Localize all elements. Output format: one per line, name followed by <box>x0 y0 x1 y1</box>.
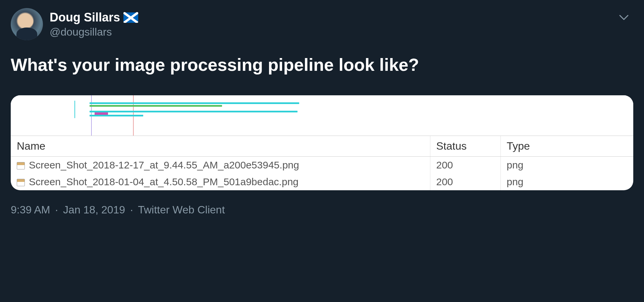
image-file-icon <box>17 179 25 186</box>
cell-status: 200 <box>430 156 500 173</box>
waterfall-bar <box>90 105 222 107</box>
waterfall-row <box>11 101 633 109</box>
image-file-icon <box>17 162 25 169</box>
waterfall-tick <box>74 101 75 109</box>
tweet-attachment-image[interactable]: Name Status Type Screen_Shot_2018-12-17_… <box>11 95 633 190</box>
cell-type: png <box>500 173 633 190</box>
cell-status: 200 <box>430 173 500 190</box>
user-handle[interactable]: @dougsillars <box>50 26 138 38</box>
tweet-menu-button[interactable] <box>618 8 633 25</box>
tweet-date[interactable]: Jan 18, 2019 <box>63 204 125 216</box>
cell-name: Screen_Shot_2018-12-17_at_9.44.55_AM_a20… <box>11 156 430 173</box>
column-header-status[interactable]: Status <box>430 136 500 156</box>
separator-dot: · <box>55 204 58 216</box>
column-header-type[interactable]: Type <box>500 136 633 156</box>
waterfall-bar <box>90 115 143 116</box>
user-info[interactable]: Doug Sillars @dougsillars <box>11 8 138 40</box>
cell-type: png <box>500 156 633 173</box>
waterfall-bar <box>90 102 299 104</box>
chevron-down-icon <box>618 11 630 23</box>
table-row[interactable]: Screen_Shot_2018-12-17_at_9.44.55_AM_a20… <box>11 156 633 173</box>
tweet-source[interactable]: Twitter Web Client <box>138 204 225 216</box>
tweet-time[interactable]: 9:39 AM <box>11 204 50 216</box>
tweet-text: What's your image processing pipeline lo… <box>11 54 633 77</box>
names-block: Doug Sillars @dougsillars <box>50 10 138 38</box>
waterfall-row <box>11 110 633 117</box>
table-header-row: Name Status Type <box>11 136 633 156</box>
display-name: Doug Sillars <box>50 10 120 24</box>
display-name-row[interactable]: Doug Sillars <box>50 10 138 24</box>
waterfall-tick <box>74 109 75 118</box>
cell-name: Screen_Shot_2018-01-04_at_4.50.58_PM_501… <box>11 173 430 190</box>
avatar[interactable] <box>11 8 43 40</box>
separator-dot: · <box>130 204 133 216</box>
table-row[interactable]: Screen_Shot_2018-01-04_at_4.50.58_PM_501… <box>11 173 633 190</box>
tweet-footer: 9:39 AM · Jan 18, 2019 · Twitter Web Cli… <box>11 204 633 216</box>
network-table: Name Status Type Screen_Shot_2018-12-17_… <box>11 136 633 190</box>
tweet-header: Doug Sillars @dougsillars <box>11 8 633 40</box>
column-header-name[interactable]: Name <box>11 136 430 156</box>
file-name: Screen_Shot_2018-12-17_at_9.44.55_AM_a20… <box>29 159 299 170</box>
network-waterfall <box>11 95 633 136</box>
file-name: Screen_Shot_2018-01-04_at_4.50.58_PM_501… <box>29 176 299 187</box>
waterfall-bar <box>90 111 298 112</box>
scotland-flag-icon <box>123 12 138 23</box>
